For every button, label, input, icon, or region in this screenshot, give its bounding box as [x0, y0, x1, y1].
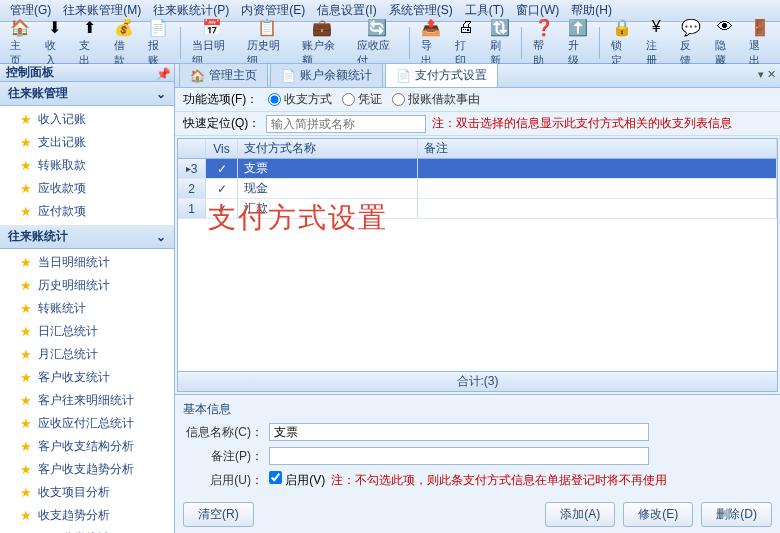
- sidebar-item[interactable]: ★收支项目分析: [0, 481, 174, 504]
- sidebar-group[interactable]: 往来账管理⌄: [0, 82, 174, 106]
- toolbar-打印[interactable]: 🖨打印: [449, 15, 482, 70]
- toolbar-账户余额[interactable]: 💼账户余额: [296, 15, 349, 70]
- chevron-icon: ⌄: [156, 230, 166, 244]
- star-icon: ★: [20, 485, 32, 500]
- sidebar-item[interactable]: ★客户收支趋势分析: [0, 458, 174, 481]
- col-name[interactable]: 支付方式名称: [238, 139, 418, 158]
- row-name: 支票: [238, 159, 418, 178]
- toolbar-主页[interactable]: 🏠主页: [4, 15, 37, 70]
- sidebar-item[interactable]: ★应付款项: [0, 200, 174, 223]
- table-row[interactable]: 1✓汇款: [178, 199, 777, 219]
- sidebar-group[interactable]: 往来账统计⌄: [0, 225, 174, 249]
- tab-close-icon[interactable]: ▾ ✕: [758, 68, 776, 81]
- star-icon: ★: [20, 135, 32, 150]
- star-icon: ★: [20, 393, 32, 408]
- 支出-icon: ⬆: [79, 17, 99, 37]
- sidebar-header: 控制面板 📌 ✕: [0, 64, 174, 82]
- opt-reason[interactable]: 报账借款事由: [392, 91, 480, 108]
- grid-footer: 合计:(3): [178, 371, 777, 391]
- toolbar-锁定[interactable]: 🔒锁定: [605, 15, 638, 70]
- toolbar-隐藏[interactable]: 👁隐藏: [709, 15, 742, 70]
- tab-payment[interactable]: 📄支付方式设置: [385, 63, 498, 87]
- sidebar-item-label: 收入记账: [38, 111, 86, 128]
- sidebar-item[interactable]: ★月汇总统计: [0, 343, 174, 366]
- toolbar-应收应付[interactable]: 🔄应收应付: [351, 15, 404, 70]
- sidebar-item[interactable]: ★收入记账: [0, 108, 174, 131]
- enable-label: 启用(U)：: [183, 472, 263, 489]
- row-vis: ✓: [206, 199, 238, 218]
- toolbar-反馈[interactable]: 💬反馈: [674, 15, 707, 70]
- sidebar-item[interactable]: ★收支趋势分析: [0, 504, 174, 527]
- basic-info: 基本信息 信息名称(C)： 备注(P)： 启用(U)： 启用(V) 注：不勾选此…: [175, 394, 780, 496]
- sidebar-item[interactable]: ★转账统计: [0, 297, 174, 320]
- func-label: 功能选项(F)：: [183, 91, 258, 108]
- toolbar-退出[interactable]: 🚪退出: [743, 15, 776, 70]
- sidebar-item[interactable]: ★项目分类统计: [0, 527, 174, 533]
- toolbar-历史明细[interactable]: 📋历史明细: [241, 15, 294, 70]
- row-note: [418, 199, 777, 218]
- sidebar-item[interactable]: ★客户收支统计: [0, 366, 174, 389]
- grid-header: Vis 支付方式名称 备注: [178, 139, 777, 159]
- col-note[interactable]: 备注: [418, 139, 777, 158]
- toolbar-注册[interactable]: ¥注册: [640, 15, 673, 70]
- sidebar-item[interactable]: ★转账取款: [0, 154, 174, 177]
- 应收应付-icon: 🔄: [367, 17, 387, 37]
- 反馈-icon: 💬: [681, 17, 701, 37]
- 隐藏-icon: 👁: [715, 17, 735, 37]
- sidebar-item[interactable]: ★历史明细统计: [0, 274, 174, 297]
- 注册-icon: ¥: [646, 17, 666, 37]
- 报账-icon: 📄: [148, 17, 168, 37]
- sidebar-item[interactable]: ★支出记账: [0, 131, 174, 154]
- delete-button[interactable]: 删除(D): [701, 502, 772, 527]
- sidebar-item[interactable]: ★客户往来明细统计: [0, 389, 174, 412]
- row-vis: ✓: [206, 159, 238, 178]
- grid-body: 3✓支票2✓现金1✓汇款 支付方式设置: [178, 159, 777, 371]
- basic-title: 基本信息: [183, 399, 772, 420]
- toolbar-支出[interactable]: ⬆支出: [73, 15, 106, 70]
- doc-icon: 📄: [396, 69, 411, 83]
- toolbar-收入[interactable]: ⬇收入: [39, 15, 72, 70]
- edit-button[interactable]: 修改(E): [623, 502, 693, 527]
- quick-input[interactable]: [266, 115, 426, 133]
- toolbar-帮助[interactable]: ❓帮助: [527, 15, 560, 70]
- toolbar: 🏠主页⬇收入⬆支出💰借款📄报账📅当日明细📋历史明细💼账户余额🔄应收应付📤导出🖨打…: [0, 22, 780, 64]
- toolbar-导出[interactable]: 📤导出: [415, 15, 448, 70]
- toolbar-当日明细[interactable]: 📅当日明细: [186, 15, 239, 70]
- toolbar-报账[interactable]: 📄报账: [142, 15, 175, 70]
- col-vis[interactable]: Vis: [206, 139, 238, 158]
- sidebar-item[interactable]: ★当日明细统计: [0, 251, 174, 274]
- note-input[interactable]: [269, 447, 649, 465]
- clear-button[interactable]: 清空(R): [183, 502, 254, 527]
- quick-row: 快速定位(Q)： 注：双击选择的信息显示此支付方式相关的收支列表信息: [175, 112, 780, 136]
- note-label: 备注(P)：: [183, 448, 263, 465]
- table-row[interactable]: 3✓支票: [178, 159, 777, 179]
- add-button[interactable]: 添加(A): [545, 502, 615, 527]
- sidebar-item-label: 当日明细统计: [38, 254, 110, 271]
- 刷新-icon: 🔃: [490, 17, 510, 37]
- sidebar-item-label: 应收应付汇总统计: [38, 415, 134, 432]
- 借款-icon: 💰: [114, 17, 134, 37]
- pin-icon[interactable]: 📌 ✕: [156, 67, 168, 79]
- sidebar-item-label: 日汇总统计: [38, 323, 98, 340]
- sidebar-item[interactable]: ★客户收支结构分析: [0, 435, 174, 458]
- name-input[interactable]: [269, 423, 649, 441]
- toolbar-借款[interactable]: 💰借款: [108, 15, 141, 70]
- sidebar-item-label: 支出记账: [38, 134, 86, 151]
- sidebar-item-label: 客户往来明细统计: [38, 392, 134, 409]
- star-icon: ★: [20, 508, 32, 523]
- sidebar-item[interactable]: ★应收应付汇总统计: [0, 412, 174, 435]
- chevron-icon: ⌄: [156, 87, 166, 101]
- sidebar-item-label: 转账统计: [38, 300, 86, 317]
- row-name: 现金: [238, 179, 418, 198]
- sidebar-item[interactable]: ★应收款项: [0, 177, 174, 200]
- enable-checkbox[interactable]: 启用(V): [269, 471, 325, 489]
- opt-voucher[interactable]: 凭证: [342, 91, 382, 108]
- table-row[interactable]: 2✓现金: [178, 179, 777, 199]
- tab-home[interactable]: 🏠管理主页: [179, 63, 268, 87]
- toolbar-升级[interactable]: ⬆️升级: [562, 15, 595, 70]
- opt-payment[interactable]: 收支方式: [268, 91, 332, 108]
- tab-balance[interactable]: 📄账户余额统计: [270, 63, 383, 87]
- sidebar-item[interactable]: ★日汇总统计: [0, 320, 174, 343]
- button-row: 清空(R) 添加(A) 修改(E) 删除(D): [175, 496, 780, 533]
- toolbar-刷新[interactable]: 🔃刷新: [484, 15, 517, 70]
